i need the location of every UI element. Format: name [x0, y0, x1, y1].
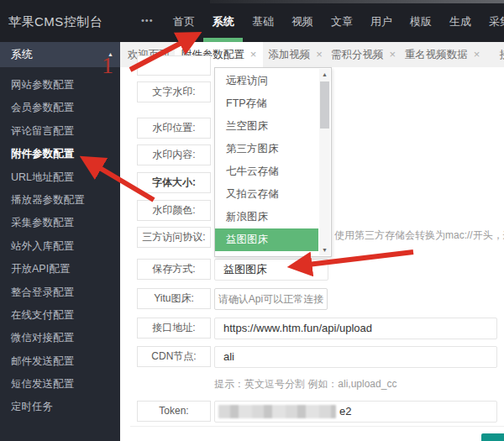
sidebar-group-label: 系统 [11, 48, 33, 60]
dropdown-list: 远程访问 FTP存储 兰空图床 第三方图床 七牛云存储 又拍云存储 新浪图床 益… [215, 70, 318, 251]
sidebar-item-site-params[interactable]: 网站参数配置 [0, 74, 120, 97]
nav-item-article[interactable]: 文章 [330, 0, 354, 42]
sidebar-item-wechat[interactable]: 微信对接配置 [0, 327, 120, 349]
cdn-node-input[interactable]: ali [214, 346, 497, 368]
scrollbar-thumb[interactable] [320, 81, 329, 129]
sidebar-item-collect-params[interactable]: 采集参数配置 [0, 212, 120, 234]
collapse-up-icon: ▲ [108, 42, 113, 67]
sidebar-item-member-params[interactable]: 会员参数配置 [0, 97, 120, 119]
label-watermark-color: 水印颜色: [137, 200, 211, 221]
close-icon[interactable]: × [474, 48, 480, 60]
dropdown-option-lankong[interactable]: 兰空图床 [215, 115, 318, 138]
label-watermark-content: 水印内容: [137, 144, 211, 165]
close-icon[interactable]: × [250, 48, 257, 60]
close-icon[interactable]: × [316, 48, 323, 60]
topbar: 苹果CMS控制台 ••• 首页 系统 基础 视频 文章 用户 模版 生成 采集 [0, 0, 504, 42]
token-blurred-value [218, 405, 336, 418]
sidebar-item-external-storage[interactable]: 站外入库配置 [0, 235, 120, 258]
sidebar-item-url-params[interactable]: URL地址配置 [0, 166, 120, 189]
save-method-select[interactable]: 益图图床 [214, 259, 328, 281]
label-api-address: 接口地址: [137, 318, 211, 339]
nav-item-home[interactable]: 首页 [172, 0, 196, 42]
dropdown-option-qiniu[interactable]: 七牛云存储 [215, 160, 318, 183]
sidebar-item-email[interactable]: 邮件发送配置 [0, 350, 120, 373]
label-save-method: 保存方式: [137, 259, 211, 280]
footer-divider [130, 426, 504, 427]
protocol-hint-text: 使用第三方存储会转换为mac://开头，这表示 [334, 228, 504, 243]
sidebar-item-player-params[interactable]: 播放器参数配置 [0, 189, 120, 212]
label-watermark-position: 水印位置: [137, 118, 211, 139]
sidebar-group-system[interactable]: 系统 ▲ [0, 42, 120, 67]
menu-dots-icon[interactable]: ••• [141, 0, 154, 42]
nav-item-basic[interactable]: 基础 [251, 0, 275, 42]
token-visible-suffix: e2 [339, 402, 351, 422]
submit-button[interactable] [481, 433, 504, 441]
close-icon[interactable]: × [389, 48, 396, 60]
sidebar-item-sms[interactable]: 短信发送配置 [0, 373, 120, 396]
sidebar-item-online-payment[interactable]: 在线支付配置 [0, 304, 120, 327]
sidebar-item-comment-params[interactable]: 评论留言配置 [0, 120, 120, 143]
label-token: Token: [137, 401, 211, 422]
label-cdn-node: CDN节点: [137, 346, 211, 367]
tab-partial[interactable]: 接 [496, 42, 504, 67]
top-nav: 首页 系统 基础 视频 文章 用户 模版 生成 采集 [172, 0, 504, 42]
dropdown-scrollbar[interactable]: ▲ ▼ [319, 69, 330, 255]
label-third-party-protocol: 三方访问协议: [137, 227, 211, 248]
brand-title: 苹果CMS控制台 [8, 0, 102, 42]
nav-item-generate[interactable]: 生成 [449, 0, 472, 42]
dropdown-option-yitu[interactable]: 益图图床 [215, 228, 318, 251]
dropdown-option-ftp[interactable]: FTP存储 [215, 92, 318, 115]
sidebar-menu: 网站参数配置 会员参数配置 评论留言配置 附件参数配置 URL地址配置 播放器参… [0, 67, 120, 419]
sidebar-item-open-api[interactable]: 开放API配置 [0, 258, 120, 281]
sidebar-item-attachment-params[interactable]: 附件参数配置 [0, 143, 120, 165]
label-yitu: Yitu图床: [137, 288, 211, 309]
sidebar-item-cron[interactable]: 定时任务 [0, 396, 120, 418]
app-window: 苹果CMS控制台 ••• 首页 系统 基础 视频 文章 用户 模版 生成 采集 … [0, 0, 504, 441]
dropdown-option-sina[interactable]: 新浪图床 [215, 206, 318, 228]
sidebar-item-login-integration[interactable]: 整合登录配置 [0, 281, 120, 304]
cdn-hint-text: 提示：英文逗号分割 例如：ali,upload_cc [214, 377, 500, 391]
label-text-watermark: 文字水印: [137, 81, 211, 102]
dropdown-option-thirdparty[interactable]: 第三方图床 [215, 138, 318, 160]
nav-item-collect[interactable]: 采集 [488, 0, 504, 42]
tab-points-video[interactable]: 需积分视频× [328, 42, 399, 67]
token-input[interactable]: e2 [214, 401, 497, 423]
field-row-partial [137, 55, 211, 76]
nav-item-template[interactable]: 模版 [409, 0, 433, 42]
nav-item-user[interactable]: 用户 [370, 0, 393, 42]
nav-item-video[interactable]: 视频 [291, 0, 314, 42]
nav-item-system[interactable]: 系统 [212, 0, 235, 42]
scroll-up-icon[interactable]: ▲ [319, 69, 330, 80]
tab-duplicate-video[interactable]: 重名视频数据× [399, 42, 486, 67]
sidebar: 系统 ▲ 网站参数配置 会员参数配置 评论留言配置 附件参数配置 URL地址配置… [0, 42, 120, 441]
protocol-dropdown: 远程访问 FTP存储 兰空图床 第三方图床 七牛云存储 又拍云存储 新浪图床 益… [214, 67, 332, 257]
dropdown-option-remote[interactable]: 远程访问 [215, 70, 318, 92]
api-address-input[interactable]: https://www.htm.fun/api/upload [214, 318, 497, 339]
yitu-verify-button[interactable]: 请确认Api可以正常连接 [214, 288, 328, 310]
tab-add-video[interactable]: 添加视频× [263, 42, 328, 67]
label-font-size: 字体大小: [137, 172, 211, 193]
scroll-down-icon[interactable]: ▼ [319, 244, 330, 255]
dropdown-option-upyun[interactable]: 又拍云存储 [215, 183, 318, 206]
